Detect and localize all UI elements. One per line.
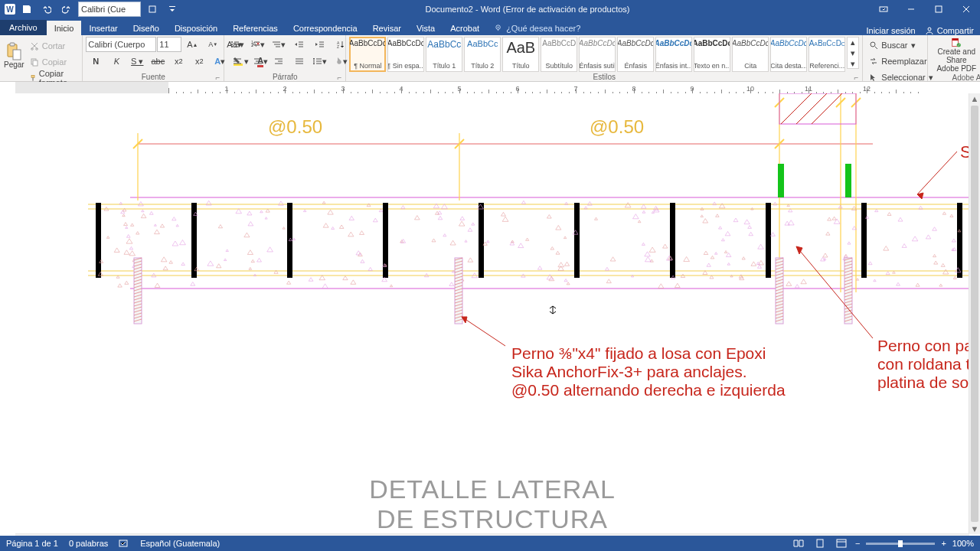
style-cita-desta-[interactable]: AaBbCcDcCita desta...: [770, 37, 807, 72]
status-page[interactable]: Página 1 de 1: [6, 539, 58, 548]
cut-button[interactable]: Cortar: [27, 38, 80, 54]
dimension-text: @0.50: [268, 116, 322, 138]
svg-line-150: [462, 317, 505, 346]
spellcheck-icon[interactable]: [119, 539, 129, 548]
read-mode-icon[interactable]: [791, 537, 806, 549]
justify-icon[interactable]: [289, 54, 309, 69]
ribbon-options-icon[interactable]: [870, 0, 897, 18]
svg-point-10: [35, 48, 38, 51]
dialog-launcher-icon[interactable]: ⌐: [335, 73, 343, 81]
vertical-ruler[interactable]: [0, 93, 16, 534]
style-t-tulo-2[interactable]: AaBbCcTítulo 2: [464, 37, 501, 72]
scroll-thumb[interactable]: [971, 106, 978, 522]
align-center-icon[interactable]: [248, 54, 268, 69]
status-word-count[interactable]: 0 palabras: [69, 539, 108, 548]
minimize-icon[interactable]: [897, 0, 925, 18]
style--nfasis[interactable]: AaBbCcDcÉnfasis: [617, 37, 654, 72]
paste-label: Pegar: [4, 60, 24, 69]
zoom-out-icon[interactable]: −: [855, 539, 860, 548]
qat-redo-icon[interactable]: [58, 2, 75, 17]
drawing-title: DETALLE LATERAL DE ESTRUCTURA: [15, 474, 969, 534]
grow-font-icon[interactable]: A▲: [182, 37, 202, 52]
document-canvas[interactable]: @0.50 @0.50 S Perno ⅜"x4" fijado a losa …: [15, 93, 969, 534]
close-icon[interactable]: [952, 0, 980, 18]
tab-acrobat[interactable]: Acrobat: [443, 21, 487, 35]
scroll-down-icon[interactable]: ▼: [969, 523, 980, 534]
svg-rect-2: [936, 6, 942, 12]
qat-save-icon[interactable]: [18, 2, 35, 17]
italic-icon[interactable]: K: [106, 54, 126, 69]
tab-correspondencia[interactable]: Correspondencia: [286, 21, 365, 35]
subscript-icon[interactable]: x2: [168, 54, 188, 69]
group-parrafo-label: Párrafo: [273, 73, 298, 81]
dialog-launcher-icon[interactable]: ⌐: [214, 73, 221, 81]
group-estilos-label: Estilos: [593, 73, 616, 81]
copy-button[interactable]: Copiar: [27, 54, 80, 70]
styles-more-icon[interactable]: ▴▾▾: [847, 37, 859, 69]
find-button[interactable]: Buscar ▾: [866, 37, 936, 53]
align-left-icon[interactable]: [227, 54, 247, 69]
tab-disposicion[interactable]: Disposición: [167, 21, 225, 35]
svg-rect-56: [479, 203, 484, 278]
svg-rect-52: [96, 203, 101, 278]
style-cita[interactable]: AaBbCcDcCita: [732, 37, 769, 72]
zoom-slider[interactable]: [866, 543, 935, 545]
style-subt-tulo[interactable]: AaBbCcDSubtítulo: [541, 37, 577, 72]
create-share-pdf-button[interactable]: Create and Share Adobe PDF: [931, 37, 980, 73]
style--nfasis-sutil[interactable]: AaBbCcDcÉnfasis sutil: [579, 37, 616, 72]
bold-icon[interactable]: N: [86, 54, 106, 69]
share-button[interactable]: Compartir: [925, 26, 974, 35]
zoom-in-icon[interactable]: +: [941, 539, 946, 548]
svg-rect-7: [10, 43, 15, 46]
superscript-icon[interactable]: x2: [189, 54, 209, 69]
multilevel-list-icon[interactable]: ▾: [269, 37, 289, 52]
tab-diseno[interactable]: Diseño: [126, 21, 167, 35]
decrease-indent-icon[interactable]: [289, 37, 309, 52]
tab-revisar[interactable]: Revisar: [365, 21, 409, 35]
svg-point-18: [231, 46, 233, 47]
paste-button[interactable]: Pegar: [3, 37, 25, 73]
svg-rect-62: [134, 258, 142, 324]
scroll-up-icon[interactable]: ▲: [969, 93, 980, 104]
tab-referencias[interactable]: Referencias: [225, 21, 286, 35]
qat-font-combo[interactable]: Calibri (Cue: [78, 2, 141, 17]
svg-rect-84: [455, 258, 462, 324]
tell-me-input[interactable]: ¿Qué desea hacer?: [487, 21, 588, 35]
replace-button[interactable]: Reemplazar: [866, 54, 936, 69]
svg-marker-155: [917, 193, 923, 199]
increase-indent-icon[interactable]: [310, 37, 330, 52]
tab-archivo[interactable]: Archivo: [0, 20, 47, 35]
tab-inicio[interactable]: Inicio: [47, 21, 82, 35]
zoom-level[interactable]: 100%: [952, 539, 974, 548]
callout-text: Perno con pa con roldana t platina de so: [877, 337, 969, 392]
svg-rect-0: [149, 6, 155, 12]
underline-icon[interactable]: S ▾: [127, 54, 147, 69]
style-texto-en-n-[interactable]: AaBbCcDcTexto en n...: [694, 37, 730, 72]
status-language[interactable]: Español (Guatemala): [140, 539, 220, 548]
print-layout-icon[interactable]: [812, 537, 828, 549]
line-spacing-icon[interactable]: ▾: [310, 54, 330, 69]
font-size-combo[interactable]: 11: [157, 37, 181, 52]
qat-undo-icon[interactable]: [38, 2, 55, 17]
vertical-scrollbar[interactable]: ▲ ▼: [969, 93, 980, 534]
style-t-tulo[interactable]: AaBTítulo: [502, 37, 539, 72]
qat-customize-icon[interactable]: [164, 2, 181, 17]
shrink-font-icon[interactable]: A▼: [203, 37, 223, 52]
dialog-launcher-icon[interactable]: ⌐: [852, 73, 860, 81]
numbering-icon[interactable]: 12▾: [248, 37, 268, 52]
font-name-combo[interactable]: Calibri (Cuerpo: [86, 37, 156, 52]
style--sin-espa-[interactable]: AaBbCcDc¶ Sin espa...: [387, 37, 424, 72]
sign-in-link[interactable]: Iniciar sesión: [867, 26, 916, 35]
style-t-tulo-1[interactable]: AaBbCcTítulo 1: [426, 37, 462, 72]
style--normal[interactable]: AaBbCcDc¶ Normal: [349, 37, 386, 72]
bullets-icon[interactable]: ▾: [227, 37, 247, 52]
tab-vista[interactable]: Vista: [409, 21, 443, 35]
web-layout-icon[interactable]: [834, 537, 849, 549]
strikethrough-icon[interactable]: abc: [148, 54, 168, 69]
maximize-icon[interactable]: [925, 0, 952, 18]
style--nfasis-int-[interactable]: AaBbCcDcÉnfasis int...: [655, 37, 692, 72]
style-referenci-[interactable]: AaBbCcDcReferenci...: [808, 37, 845, 72]
qat-touch-mode-icon[interactable]: [144, 2, 161, 17]
align-right-icon[interactable]: [269, 54, 289, 69]
tab-insertar[interactable]: Insertar: [81, 21, 125, 35]
